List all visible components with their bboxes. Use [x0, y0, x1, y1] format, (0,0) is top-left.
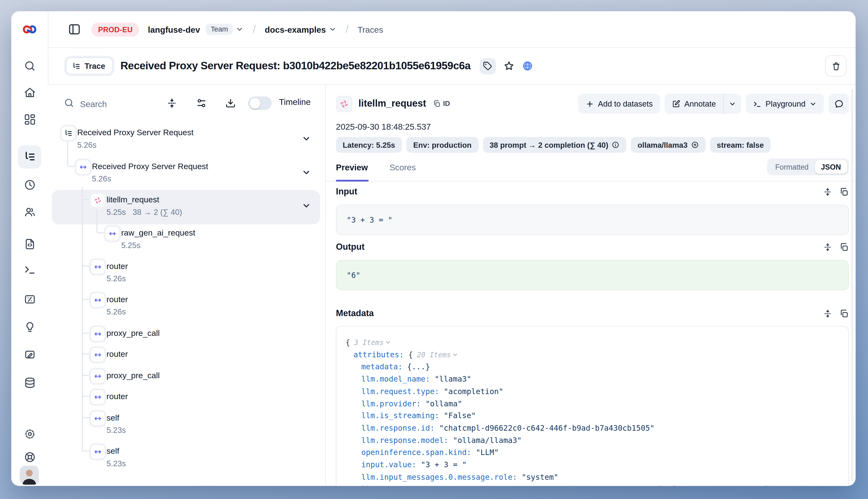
tree-row[interactable]: router	[107, 295, 128, 304]
tree-row[interactable]: Received Proxy Server Request	[92, 162, 208, 171]
timeline-toggle[interactable]	[248, 97, 272, 110]
info-icon[interactable]	[612, 141, 620, 149]
tree-connector	[82, 333, 89, 334]
langfuse-dev-logo[interactable]	[22, 22, 37, 37]
sidebar-item-datasets[interactable]	[23, 377, 36, 389]
json-line: metadata: {...}	[345, 361, 839, 373]
tree-connector	[82, 375, 89, 376]
collapse-section-icon[interactable]	[823, 242, 833, 252]
json-line: llm.input_messages.0.message.role: "syst…	[345, 471, 839, 483]
token-usage: 38 → 2 (∑ 40)	[133, 207, 182, 216]
copy-icon[interactable]	[839, 242, 849, 252]
tree-row[interactable]: litellm_request	[107, 195, 159, 204]
tree-row[interactable]: self	[107, 447, 119, 455]
metric-badge: 38 prompt → 2 completion (∑ 40)	[483, 137, 626, 153]
delete-trace-button[interactable]	[825, 55, 847, 77]
span-icon	[90, 292, 105, 307]
sidebar-item-dashboard[interactable]	[23, 113, 36, 126]
tree-row[interactable]: Received Proxy Server Request	[77, 128, 193, 137]
span-icon	[105, 226, 120, 241]
json-key: llm.input_messages.0.message.content:	[361, 485, 531, 486]
sidebar-toggle-icon[interactable]	[68, 23, 81, 36]
sidebar-item-tracing[interactable]	[23, 150, 36, 163]
sidebar-item-users[interactable]	[23, 206, 36, 218]
tree-row[interactable]: self	[107, 413, 119, 422]
json-value: "ollama/llama3"	[453, 436, 522, 445]
playground-icon	[23, 263, 36, 276]
user-avatar[interactable]	[20, 465, 39, 485]
json-collapser[interactable]: 3 Items	[354, 338, 391, 347]
tab-preview[interactable]: Preview	[336, 162, 368, 172]
comments-button[interactable]	[829, 94, 849, 114]
org-name[interactable]: langfuse-dev	[148, 25, 200, 34]
search-input[interactable]	[79, 95, 160, 113]
collapse-section-icon[interactable]	[823, 309, 833, 318]
tag-icon[interactable]	[479, 58, 496, 74]
project-name[interactable]: docs-examples	[265, 25, 326, 34]
org-switcher-chevron-icon[interactable]	[236, 25, 244, 33]
chevron-down-icon[interactable]	[302, 134, 311, 143]
json-collapser[interactable]: 20 Items	[417, 351, 458, 359]
tree-row[interactable]: router	[107, 261, 128, 270]
copy-icon[interactable]	[839, 187, 849, 197]
copy-icon[interactable]	[839, 309, 849, 318]
chevron-down-icon[interactable]	[302, 201, 311, 210]
scrollbar[interactable]	[851, 89, 853, 482]
star-icon[interactable]	[503, 60, 515, 72]
view-toggle-formatted[interactable]: Formatted	[769, 160, 815, 173]
copy-id-button[interactable]: ID	[433, 100, 450, 108]
sidebar-item-settings[interactable]	[23, 428, 36, 440]
json-key: llm.is_streaming:	[361, 411, 439, 420]
collapse-section-icon[interactable]	[823, 187, 833, 197]
tree-connector	[82, 451, 89, 452]
sidebar-item-suggestions[interactable]	[23, 321, 36, 333]
json-line: {3 Items	[345, 337, 839, 349]
active-tab-indicator	[336, 180, 369, 181]
tree-row[interactable]: proxy_pre_call	[107, 329, 160, 338]
breadcrumb-traces[interactable]: Traces	[357, 25, 383, 34]
observation-duration: 5.26s	[107, 274, 126, 283]
add-to-datasets-button[interactable]: Add to datasets	[578, 94, 660, 114]
sidebar-item-search[interactable]	[23, 60, 36, 72]
globe-icon[interactable]	[522, 60, 533, 72]
json-brace: {	[408, 350, 413, 359]
sidebar-item-playground[interactable]	[23, 263, 36, 276]
sidebar-item-evaluation[interactable]	[23, 293, 36, 306]
collapse-all-icon[interactable]	[166, 97, 178, 109]
chevron-down-icon[interactable]	[302, 168, 311, 177]
metadata-json-viewer: {3 Itemsattributes: {20 Itemsmetadata: {…	[336, 326, 849, 486]
view-toggle-json[interactable]: JSON	[815, 160, 847, 173]
tree-row[interactable]: router	[107, 350, 128, 358]
project-switcher-chevron-icon[interactable]	[329, 25, 337, 33]
tree-row[interactable]: raw_gen_ai_request	[121, 228, 195, 237]
sidebar-item-sessions[interactable]	[23, 179, 36, 191]
json-key: llm.response.model:	[361, 436, 449, 445]
tree-row[interactable]: router	[107, 392, 128, 401]
timeline-label: Timeline	[279, 97, 311, 107]
sidebar-item-home[interactable]	[23, 86, 36, 99]
circle-plus-icon[interactable]	[691, 141, 699, 149]
json-line: input.value: "3 + 3 = "	[345, 459, 839, 471]
trace-title-bar: Trace Received Proxy Server Request: b30…	[48, 48, 855, 84]
trace-title: Received Proxy Server Request: b3010b422…	[120, 60, 470, 72]
tab-scores[interactable]: Scores	[390, 162, 416, 172]
tabs-row: Preview Scores Formatted JSON	[326, 158, 855, 181]
tree-settings-icon[interactable]	[196, 97, 207, 109]
sidebar-item-annotation-queues[interactable]	[23, 349, 36, 361]
json-line: llm.model_name: "llama3"	[345, 373, 839, 386]
tree-row[interactable]: proxy_pre_call	[107, 371, 160, 380]
output-label: Output	[336, 242, 365, 252]
observation-timestamp: 2025-09-30 18:48:25.537	[336, 122, 431, 131]
tree-connector	[82, 199, 89, 200]
observation-duration: 5.23s	[107, 459, 126, 468]
support-icon	[23, 451, 36, 463]
sidebar-item-support[interactable]	[23, 451, 36, 463]
observation-duration: 5.23s	[107, 426, 126, 435]
output-section-header: Output	[336, 242, 849, 252]
annotate-button[interactable]: Annotate	[664, 94, 723, 114]
playground-button[interactable]: Playground	[746, 94, 824, 114]
sidebar-item-prompts[interactable]	[23, 238, 36, 251]
annotate-dropdown-chevron-icon[interactable]	[724, 94, 742, 114]
download-icon[interactable]	[225, 97, 236, 109]
input-content: "3 + 3 = "	[336, 205, 849, 235]
